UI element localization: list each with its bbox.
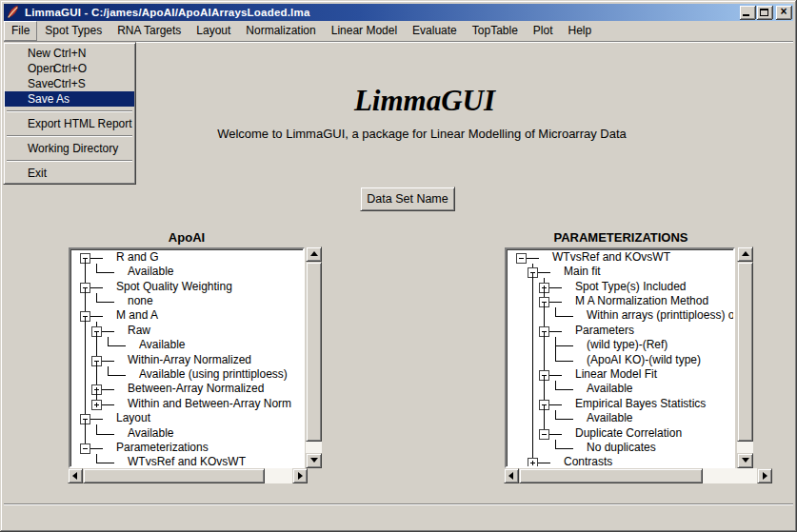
tree-connector: [108, 375, 126, 376]
scroll-down-button[interactable]: [737, 453, 753, 468]
tree-node-label[interactable]: Between-Array Normalized: [128, 382, 264, 396]
menubar-item-spot-types[interactable]: Spot Types: [37, 21, 110, 41]
minimize-icon: [743, 14, 749, 16]
tree-connector: [555, 381, 556, 389]
tree-node-label[interactable]: Within and Between-Array Norm: [128, 397, 291, 411]
menu-item-export-html-report[interactable]: Export HTML Report: [5, 116, 134, 131]
tree-apoai-vertical-scrollbar[interactable]: [306, 246, 322, 468]
tree-node-label[interactable]: Available: [128, 265, 173, 279]
tree-expand-box[interactable]: [91, 400, 102, 410]
menu-item-save-as[interactable]: Save As: [5, 91, 134, 107]
tree-node-label[interactable]: R and G: [116, 250, 159, 265]
scroll-left-button[interactable]: [504, 468, 519, 483]
tree-node-label[interactable]: Available: [587, 382, 632, 396]
menu-separator: [7, 110, 132, 112]
scroll-right-button[interactable]: [292, 468, 308, 483]
menubar-item-help[interactable]: Help: [561, 21, 600, 41]
menubar-item-layout[interactable]: Layout: [189, 21, 238, 41]
tree-node-label[interactable]: Layout: [116, 411, 150, 425]
tree-connector: [96, 272, 114, 273]
tree-parameterizations-vertical-scrollbar[interactable]: [737, 246, 753, 468]
titlebar[interactable]: LimmaGUI - C:/james/ApoAI/ApoAIArraysLoa…: [4, 4, 793, 21]
menu-item-new[interactable]: NewCtrl+N: [5, 46, 134, 61]
close-button[interactable]: ×: [776, 6, 791, 19]
scroll-down-button[interactable]: [306, 453, 322, 468]
tree-node-label[interactable]: Available (using printtiploess): [139, 367, 288, 382]
tree-expand-box[interactable]: [528, 458, 538, 466]
tree-connector: [108, 337, 109, 345]
tree-node-label[interactable]: Available: [128, 426, 173, 441]
menu-item-working-directory[interactable]: Working Directory: [5, 141, 134, 156]
menubar-item-normalization[interactable]: Normalization: [238, 21, 323, 41]
menu-item-label: New: [28, 47, 50, 60]
menu-item-open[interactable]: OpenCtrl+O: [5, 61, 134, 76]
tree-collapse-box[interactable]: [516, 253, 527, 264]
menu-item-exit[interactable]: Exit: [5, 166, 134, 181]
tree-node-label[interactable]: Available: [139, 338, 185, 352]
minimize-button[interactable]: [740, 6, 755, 19]
tree-node-label[interactable]: Main fit: [564, 265, 601, 279]
welcome-text: Welcome to LimmaGUI, a package for Linea…: [136, 127, 707, 141]
menubar-item-toptable[interactable]: TopTable: [465, 21, 526, 41]
tree-node-label[interactable]: WTvsRef and KOvsWT: [128, 455, 246, 466]
scroll-up-button[interactable]: [306, 246, 322, 262]
tree-connector: [108, 345, 126, 346]
tree-collapse-box[interactable]: [80, 443, 90, 454]
tree-node-label[interactable]: M A Normalization Method: [575, 294, 708, 308]
tree-node-label[interactable]: Available: [587, 411, 632, 425]
tree-parameterizations-horizontal-scrollbar[interactable]: [504, 468, 772, 483]
tree-node-label[interactable]: Raw: [128, 324, 150, 338]
app-title: LimmaGUI: [234, 84, 615, 118]
menu-item-label: Export HTML Report: [28, 117, 132, 130]
scroll-up-button[interactable]: [737, 246, 753, 262]
arrow-left-icon: [72, 472, 77, 480]
tree-node-label[interactable]: Parameters: [575, 324, 634, 338]
tree-node-label[interactable]: none: [128, 294, 153, 308]
tree-node-label[interactable]: (ApoAI KO)-(wild type): [587, 353, 701, 367]
tree-node-label[interactable]: (wild type)-(Ref): [587, 338, 667, 352]
tree-connector: [96, 293, 97, 302]
menubar-item-file[interactable]: File: [4, 21, 37, 41]
menu-item-save[interactable]: SaveCtrl+S: [5, 76, 134, 91]
scroll-right-button[interactable]: [757, 468, 772, 483]
menu-item-label: Open: [28, 62, 55, 75]
tree-apoai[interactable]: R and GAvailableSpot Quality Weightingno…: [69, 247, 305, 468]
tree-node-label[interactable]: Within arrays (printtiploess) on: [587, 308, 733, 323]
menu-item-accelerator: Ctrl+S: [53, 76, 86, 91]
maximize-button[interactable]: [757, 6, 772, 19]
tree-connector: [532, 272, 533, 463]
scrollbar-thumb[interactable]: [83, 468, 265, 483]
scrollbar-thumb[interactable]: [519, 468, 703, 483]
tree-node-label[interactable]: Contrasts: [564, 455, 612, 466]
menubar-item-linear-model[interactable]: Linear Model: [324, 21, 405, 41]
arrow-left-icon: [508, 472, 513, 480]
tree-node-label[interactable]: Duplicate Correlation: [575, 426, 682, 441]
tree-node-label[interactable]: Parameterizations: [116, 441, 209, 455]
file-menu: NewCtrl+NOpenCtrl+OSaveCtrl+SSave AsExpo…: [3, 42, 136, 185]
arrow-up-icon: [742, 251, 749, 256]
menubar-item-evaluate[interactable]: Evaluate: [405, 21, 465, 41]
tree-connector: [555, 410, 556, 419]
tree-node-label[interactable]: Empirical Bayes Statistics: [575, 397, 706, 411]
menubar-item-plot[interactable]: Plot: [526, 21, 561, 41]
menubar-item-rna-targets[interactable]: RNA Targets: [110, 21, 189, 41]
scrollbar-thumb[interactable]: [737, 262, 753, 442]
tree-connector: [108, 366, 109, 375]
data-set-name-button[interactable]: Data Set Name: [360, 187, 455, 211]
menu-item-label: Working Directory: [28, 142, 118, 155]
tree-connector: [96, 454, 97, 463]
tree-apoai-horizontal-scrollbar[interactable]: [68, 468, 308, 483]
scroll-left-button[interactable]: [68, 468, 83, 483]
tree-parameterizations[interactable]: WTvsRef and KOvsWTMain fitSpot Type(s) I…: [505, 247, 735, 468]
arrow-down-icon: [310, 458, 318, 463]
tree-node-label[interactable]: Spot Quality Weighting: [116, 280, 232, 294]
tree-node-label[interactable]: Linear Model Fit: [575, 367, 657, 382]
tree-node-label[interactable]: Within-Array Normalized: [128, 353, 251, 367]
scrollbar-thumb[interactable]: [306, 262, 322, 442]
tree-node-label[interactable]: Spot Type(s) Included: [575, 280, 687, 294]
tree-node-label[interactable]: No duplicates: [587, 441, 656, 455]
tree-connector: [555, 307, 556, 316]
tree-collapse-box[interactable]: [539, 429, 549, 440]
tree-node-label[interactable]: M and A: [116, 308, 158, 323]
tree-node-label[interactable]: WTvsRef and KOvsWT: [552, 250, 670, 265]
